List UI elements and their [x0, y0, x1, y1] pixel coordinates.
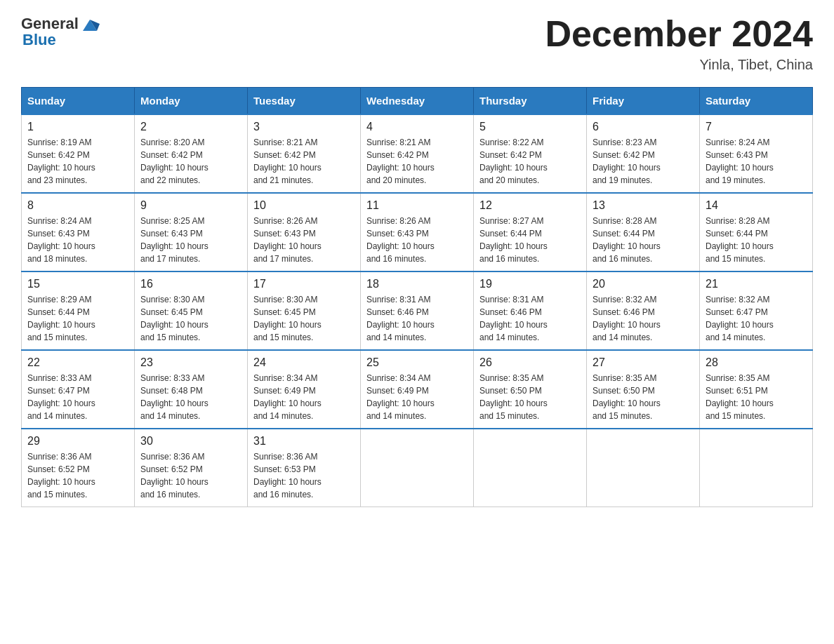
- day-number: 11: [366, 199, 468, 212]
- day-number: 8: [27, 199, 128, 212]
- day-number: 16: [140, 278, 241, 290]
- calendar-cell: 25 Sunrise: 8:34 AMSunset: 6:49 PMDaylig…: [361, 350, 474, 429]
- day-number: 17: [253, 278, 355, 290]
- day-info: Sunrise: 8:32 AMSunset: 6:46 PMDaylight:…: [593, 295, 661, 342]
- day-number: 14: [706, 199, 807, 212]
- header-sunday: Sunday: [22, 88, 135, 115]
- day-info: Sunrise: 8:26 AMSunset: 6:43 PMDaylight:…: [366, 216, 435, 264]
- day-number: 13: [593, 199, 694, 212]
- day-number: 4: [366, 121, 468, 133]
- day-number: 28: [706, 356, 807, 369]
- day-number: 9: [140, 199, 241, 212]
- day-number: 12: [479, 199, 581, 212]
- day-number: 23: [140, 356, 241, 369]
- calendar-cell: 21 Sunrise: 8:32 AMSunset: 6:47 PMDaylig…: [700, 271, 813, 350]
- calendar-cell: 22 Sunrise: 8:33 AMSunset: 6:47 PMDaylig…: [22, 350, 135, 429]
- calendar-cell: 3 Sunrise: 8:21 AMSunset: 6:42 PMDayligh…: [248, 114, 361, 193]
- day-info: Sunrise: 8:30 AMSunset: 6:45 PMDaylight:…: [140, 295, 208, 342]
- calendar-cell: 26 Sunrise: 8:35 AMSunset: 6:50 PMDaylig…: [474, 350, 587, 429]
- day-number: 29: [27, 435, 128, 448]
- day-number: 3: [253, 121, 355, 133]
- calendar-cell: [361, 429, 474, 507]
- calendar-cell: 29 Sunrise: 8:36 AMSunset: 6:52 PMDaylig…: [22, 429, 135, 507]
- header-friday: Friday: [587, 88, 700, 115]
- calendar-cell: 20 Sunrise: 8:32 AMSunset: 6:46 PMDaylig…: [587, 271, 700, 350]
- calendar-week-row: 22 Sunrise: 8:33 AMSunset: 6:47 PMDaylig…: [22, 350, 813, 429]
- calendar-cell: 23 Sunrise: 8:33 AMSunset: 6:48 PMDaylig…: [135, 350, 248, 429]
- day-info: Sunrise: 8:32 AMSunset: 6:47 PMDaylight:…: [706, 295, 774, 342]
- calendar-cell: 13 Sunrise: 8:28 AMSunset: 6:44 PMDaylig…: [587, 193, 700, 271]
- calendar-cell: 28 Sunrise: 8:35 AMSunset: 6:51 PMDaylig…: [700, 350, 813, 429]
- day-info: Sunrise: 8:20 AMSunset: 6:42 PMDaylight:…: [140, 137, 208, 185]
- calendar-cell: 19 Sunrise: 8:31 AMSunset: 6:46 PMDaylig…: [474, 271, 587, 350]
- day-info: Sunrise: 8:22 AMSunset: 6:42 PMDaylight:…: [479, 137, 548, 185]
- day-number: 27: [593, 356, 694, 369]
- calendar-cell: 30 Sunrise: 8:36 AMSunset: 6:52 PMDaylig…: [135, 429, 248, 507]
- day-number: 5: [479, 121, 581, 133]
- day-number: 6: [593, 121, 694, 133]
- calendar-cell: 9 Sunrise: 8:25 AMSunset: 6:43 PMDayligh…: [135, 193, 248, 271]
- day-number: 18: [366, 278, 468, 290]
- day-number: 10: [253, 199, 355, 212]
- header-thursday: Thursday: [474, 88, 587, 115]
- calendar-week-row: 1 Sunrise: 8:19 AMSunset: 6:42 PMDayligh…: [22, 114, 813, 193]
- day-number: 1: [27, 121, 128, 133]
- subtitle: Yinla, Tibet, China: [545, 57, 813, 73]
- day-number: 15: [27, 278, 128, 290]
- day-info: Sunrise: 8:35 AMSunset: 6:50 PMDaylight:…: [593, 373, 661, 421]
- title-area: December 2024 Yinla, Tibet, China: [545, 14, 813, 73]
- logo: General Blue: [21, 14, 100, 49]
- weekday-header-row: Sunday Monday Tuesday Wednesday Thursday…: [22, 88, 813, 115]
- calendar-cell: 10 Sunrise: 8:26 AMSunset: 6:43 PMDaylig…: [248, 193, 361, 271]
- day-info: Sunrise: 8:19 AMSunset: 6:42 PMDaylight:…: [27, 137, 95, 185]
- day-info: Sunrise: 8:36 AMSunset: 6:52 PMDaylight:…: [27, 452, 95, 499]
- day-info: Sunrise: 8:33 AMSunset: 6:48 PMDaylight:…: [140, 373, 208, 421]
- day-info: Sunrise: 8:35 AMSunset: 6:51 PMDaylight:…: [706, 373, 774, 421]
- day-info: Sunrise: 8:36 AMSunset: 6:52 PMDaylight:…: [140, 452, 208, 499]
- calendar-cell: 2 Sunrise: 8:20 AMSunset: 6:42 PMDayligh…: [135, 114, 248, 193]
- calendar-cell: [474, 429, 587, 507]
- logo-icon: [80, 14, 100, 34]
- day-info: Sunrise: 8:24 AMSunset: 6:43 PMDaylight:…: [27, 216, 95, 264]
- header-wednesday: Wednesday: [361, 88, 474, 115]
- calendar-cell: [700, 429, 813, 507]
- calendar-week-row: 29 Sunrise: 8:36 AMSunset: 6:52 PMDaylig…: [22, 429, 813, 507]
- day-info: Sunrise: 8:31 AMSunset: 6:46 PMDaylight:…: [479, 295, 548, 342]
- calendar-table: Sunday Monday Tuesday Wednesday Thursday…: [21, 87, 813, 507]
- calendar-week-row: 15 Sunrise: 8:29 AMSunset: 6:44 PMDaylig…: [22, 271, 813, 350]
- day-info: Sunrise: 8:36 AMSunset: 6:53 PMDaylight:…: [253, 452, 322, 499]
- day-number: 22: [27, 356, 128, 369]
- day-number: 20: [593, 278, 694, 290]
- calendar-body: 1 Sunrise: 8:19 AMSunset: 6:42 PMDayligh…: [22, 114, 813, 507]
- day-number: 21: [706, 278, 807, 290]
- day-number: 24: [253, 356, 355, 369]
- calendar-cell: 24 Sunrise: 8:34 AMSunset: 6:49 PMDaylig…: [248, 350, 361, 429]
- header: General Blue December 2024 Yinla, Tibet,…: [21, 14, 813, 73]
- page-title: December 2024: [545, 14, 813, 54]
- logo-blue-text: Blue: [22, 31, 56, 49]
- calendar-cell: 14 Sunrise: 8:28 AMSunset: 6:44 PMDaylig…: [700, 193, 813, 271]
- day-number: 25: [366, 356, 468, 369]
- day-info: Sunrise: 8:34 AMSunset: 6:49 PMDaylight:…: [366, 373, 435, 421]
- day-number: 31: [253, 435, 355, 448]
- day-info: Sunrise: 8:28 AMSunset: 6:44 PMDaylight:…: [593, 216, 661, 264]
- day-info: Sunrise: 8:24 AMSunset: 6:43 PMDaylight:…: [706, 137, 774, 185]
- day-info: Sunrise: 8:33 AMSunset: 6:47 PMDaylight:…: [27, 373, 95, 421]
- day-info: Sunrise: 8:28 AMSunset: 6:44 PMDaylight:…: [706, 216, 774, 264]
- calendar-cell: 12 Sunrise: 8:27 AMSunset: 6:44 PMDaylig…: [474, 193, 587, 271]
- calendar-cell: 16 Sunrise: 8:30 AMSunset: 6:45 PMDaylig…: [135, 271, 248, 350]
- day-number: 19: [479, 278, 581, 290]
- calendar-cell: 5 Sunrise: 8:22 AMSunset: 6:42 PMDayligh…: [474, 114, 587, 193]
- calendar-cell: 27 Sunrise: 8:35 AMSunset: 6:50 PMDaylig…: [587, 350, 700, 429]
- day-number: 7: [706, 121, 807, 133]
- calendar-cell: 15 Sunrise: 8:29 AMSunset: 6:44 PMDaylig…: [22, 271, 135, 350]
- header-monday: Monday: [135, 88, 248, 115]
- day-info: Sunrise: 8:29 AMSunset: 6:44 PMDaylight:…: [27, 295, 95, 342]
- calendar-week-row: 8 Sunrise: 8:24 AMSunset: 6:43 PMDayligh…: [22, 193, 813, 271]
- day-info: Sunrise: 8:35 AMSunset: 6:50 PMDaylight:…: [479, 373, 548, 421]
- calendar-cell: [587, 429, 700, 507]
- calendar-cell: 11 Sunrise: 8:26 AMSunset: 6:43 PMDaylig…: [361, 193, 474, 271]
- calendar-cell: 1 Sunrise: 8:19 AMSunset: 6:42 PMDayligh…: [22, 114, 135, 193]
- day-number: 26: [479, 356, 581, 369]
- day-info: Sunrise: 8:26 AMSunset: 6:43 PMDaylight:…: [253, 216, 322, 264]
